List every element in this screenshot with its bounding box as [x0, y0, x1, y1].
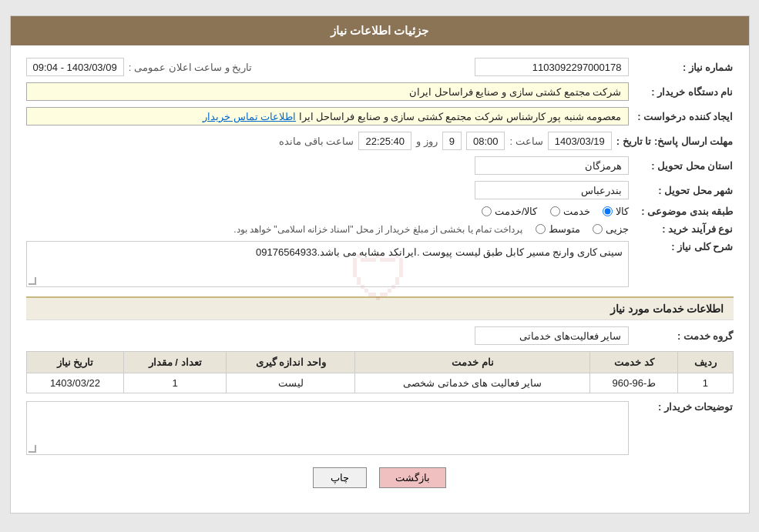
cell-code: ط-96-960: [590, 373, 678, 393]
button-row: بازگشت چاپ: [26, 467, 734, 500]
radio-mottavasset-label: متوسط: [549, 223, 580, 235]
radio-kala-khedmat[interactable]: کالا/خدمت: [482, 206, 538, 217]
mohlat-day-label: روز و: [416, 136, 438, 147]
cell-radif: 1: [678, 373, 733, 393]
tarik-value: 1403/03/09 - 09:04: [26, 58, 124, 76]
group-row: گروه خدمت : سایر فعالیت‌های خدماتی: [26, 326, 734, 345]
radio-kala-label: کالا: [616, 206, 629, 217]
buyer-desc-label: توضیحات خریدار :: [633, 401, 734, 413]
back-button[interactable]: بازگشت: [379, 467, 446, 488]
group-label: گروه خدمت :: [633, 330, 734, 342]
col-unit: واحد اندازه گیری: [227, 352, 355, 373]
description-box: سینی کاری وارنج مسیر کابل طبق لیست پیوست…: [26, 241, 629, 287]
resize-handle[interactable]: [29, 277, 36, 285]
content-area: 🛡 شماره نیاز : 1103092297000178 تاریخ و …: [11, 45, 749, 513]
ijad-value: معصومه شنبه پور کارشناس شرکت مجتمع کشتی …: [26, 107, 629, 125]
description-text: سینی کاری وارنج مسیر کابل طبق لیست پیوست…: [256, 246, 623, 258]
col-count: تعداد / مقدار: [124, 352, 227, 373]
ostan-label: استان محل تحویل :: [633, 160, 734, 172]
contact-link[interactable]: اطلاعات تماس خریدار: [203, 111, 296, 122]
tarik-label: تاریخ و ساعت اعلان عمومی :: [129, 62, 253, 73]
cell-count: 1: [124, 373, 227, 393]
cell-name: سایر فعالیت های خدماتی شخصی: [355, 373, 590, 393]
noee-label: نوع فرآیند خرید :: [633, 223, 734, 235]
cell-unit: لیست: [227, 373, 355, 393]
cell-date: 1403/03/22: [26, 373, 124, 393]
noee-note: پرداخت تمام یا بخشی از مبلغ خریدار از مح…: [233, 224, 522, 235]
col-code: کد خدمت: [590, 352, 678, 373]
shomara-niaz-value: 1103092297000178: [475, 58, 629, 76]
mohlat-remaining-label: ساعت باقی مانده: [279, 136, 354, 147]
radio-mottavasset[interactable]: متوسط: [536, 223, 580, 235]
radio-khedmat-label: خدمت: [563, 206, 590, 217]
shahr-value: بندرعباس: [475, 181, 629, 199]
ostan-row: استان محل تحویل : هرمزگان: [26, 156, 734, 175]
services-section-header: اطلاعات خدمات مورد نیاز: [26, 296, 734, 320]
ijad-row: ایجاد کننده درخواست : معصومه شنبه پور کا…: [26, 107, 734, 125]
print-button[interactable]: چاپ: [313, 467, 367, 488]
mohlat-day: 9: [442, 132, 462, 150]
description-wrapper: سینی کاری وارنج مسیر کابل طبق لیست پیوست…: [26, 241, 629, 287]
radio-khedmat[interactable]: خدمت: [550, 206, 590, 217]
radio-kala[interactable]: کالا: [603, 206, 629, 217]
radio-mottavasset-input[interactable]: [536, 224, 546, 234]
mohlat-time: 08:00: [466, 132, 505, 150]
radio-jozi-input[interactable]: [593, 224, 603, 234]
description-label: شرح کلی نیاز :: [633, 241, 734, 253]
page-wrapper: جزئیات اطلاعات نیاز 🛡 شماره نیاز : 11030…: [10, 15, 750, 514]
dastgah-label: نام دستگاه خریدار :: [633, 86, 734, 98]
ostan-value: هرمزگان: [475, 156, 629, 175]
niaz-row: شماره نیاز : 1103092297000178 تاریخ و سا…: [26, 58, 734, 76]
noee-row: نوع فرآیند خرید : جزیی متوسط پرداخت تمام…: [26, 223, 734, 235]
radio-kala-khedmat-label: کالا/خدمت: [495, 206, 538, 217]
tabaqe-radio-group: کالا خدمت کالا/خدمت: [482, 206, 629, 217]
mohlat-date: 1403/03/19: [548, 132, 612, 150]
description-row: شرح کلی نیاز : سینی کاری وارنج مسیر کابل…: [26, 241, 734, 287]
buyer-desc-box: [26, 401, 629, 455]
tabaqe-label: طبقه بندی موضوعی :: [633, 206, 734, 217]
shahr-row: شهر محل تحویل : بندرعباس: [26, 181, 734, 199]
services-table: ردیف کد خدمت نام خدمت واحد اندازه گیری ت…: [26, 351, 734, 393]
radio-jozi-label: جزیی: [606, 223, 629, 235]
tabaqe-row: طبقه بندی موضوعی : کالا خدمت کالا/خدمت: [26, 206, 734, 217]
radio-kala-input[interactable]: [603, 206, 613, 216]
mohlat-time-label: ساعت :: [509, 136, 542, 147]
buyer-desc-row: توضیحات خریدار :: [26, 401, 734, 455]
ijad-label: ایجاد کننده درخواست :: [633, 111, 734, 122]
mohlat-label: مهلت ارسال پاسخ: تا تاریخ :: [616, 136, 734, 147]
shomara-niaz-label: شماره نیاز :: [633, 62, 734, 73]
table-row: 1 ط-96-960 سایر فعالیت های خدماتی شخصی ل…: [26, 373, 733, 393]
radio-jozi[interactable]: جزیی: [593, 223, 629, 235]
radio-kala-khedmat-input[interactable]: [482, 206, 492, 216]
buyer-desc-wrapper: [26, 401, 629, 455]
shahr-label: شهر محل تحویل :: [633, 185, 734, 196]
table-header-row: ردیف کد خدمت نام خدمت واحد اندازه گیری ت…: [26, 352, 733, 373]
radio-khedmat-input[interactable]: [550, 206, 560, 216]
buyer-desc-resize[interactable]: [29, 445, 36, 453]
col-date: تاریخ نیاز: [26, 352, 124, 373]
noee-radio-group: جزیی متوسط: [536, 223, 629, 235]
mohlat-row: مهلت ارسال پاسخ: تا تاریخ : 1403/03/19 س…: [26, 132, 734, 150]
page-title: جزئیات اطلاعات نیاز: [11, 16, 749, 45]
mohlat-remaining: 22:25:40: [358, 132, 411, 150]
dastgah-value: شرکت مجتمع کشتی سازی و صنایع فراساحل ایر…: [26, 82, 629, 101]
col-radif: ردیف: [678, 352, 733, 373]
dastgah-row: نام دستگاه خریدار : شرکت مجتمع کشتی سازی…: [26, 82, 734, 101]
group-value: سایر فعالیت‌های خدماتی: [475, 326, 629, 345]
col-name: نام خدمت: [355, 352, 590, 373]
